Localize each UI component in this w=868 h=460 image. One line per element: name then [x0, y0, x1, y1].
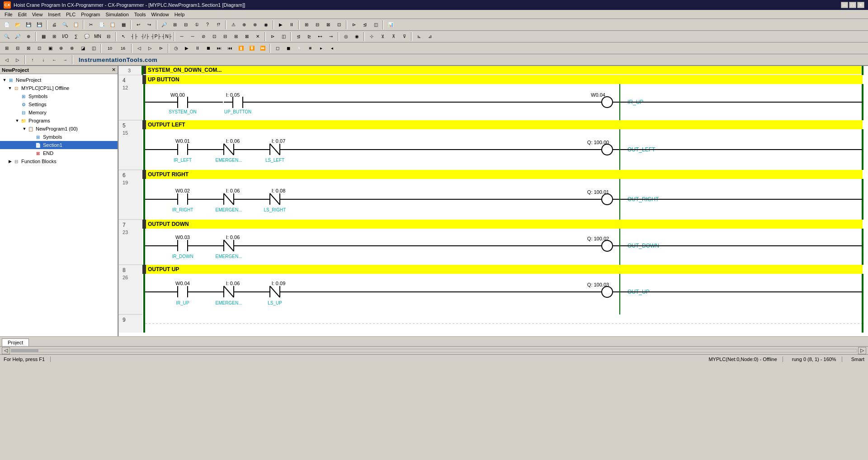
tb4-fwd[interactable]: ▷ [13, 55, 23, 65]
tb-find[interactable]: 🔎 [159, 20, 169, 30]
tb2-disp[interactable]: ◫ [278, 32, 288, 42]
title-bar-controls[interactable]: ─ □ ✕ [841, 2, 864, 8]
tb2-disp2[interactable]: ⊹ [367, 32, 377, 42]
menu-help[interactable]: Help [172, 11, 188, 18]
tb2-box1[interactable]: ⊡ [209, 32, 219, 42]
tb-misc2[interactable]: ⊟ [312, 20, 322, 30]
tb4-l[interactable]: ← [49, 55, 59, 65]
tb2-sym[interactable]: ∑ [71, 32, 81, 42]
tb3-time6[interactable]: ◂ [327, 43, 337, 53]
tb2-wire-nc[interactable]: ⊘ [198, 32, 208, 42]
tb2-m2[interactable]: ◉ [352, 32, 362, 42]
tb2-contact3[interactable]: ┤P├ [151, 32, 161, 42]
tb3-sim7[interactable]: ⏫ [236, 43, 246, 53]
tb-format[interactable]: ▦ [118, 20, 128, 30]
tb2-addr[interactable]: ⊞ [49, 32, 59, 42]
tb2-mn[interactable]: MN [93, 32, 103, 42]
tb3-2[interactable]: ⊟ [13, 43, 23, 53]
tb2-contact1[interactable]: ┤├ [129, 32, 139, 42]
tb3-sim5[interactable]: ⏭ [214, 43, 224, 53]
hscrollbar-track[interactable] [11, 349, 857, 352]
tb2-contact2[interactable]: ┤/├ [140, 32, 150, 42]
tb3-11[interactable]: 16 [117, 43, 129, 53]
tb4-up[interactable]: ↑ [28, 55, 38, 65]
tree-item-programs[interactable]: ▼ 📁 Programs [0, 117, 118, 125]
tb-print[interactable]: 🖨 [49, 20, 59, 30]
tb3-time5[interactable]: ▸ [316, 43, 326, 53]
menu-tools[interactable]: Tools [132, 11, 149, 18]
menu-plc[interactable]: PLC [63, 11, 78, 18]
tb3-10[interactable]: 10 [104, 43, 116, 53]
tb3-14[interactable]: ⊳ [156, 43, 166, 53]
tb-ref[interactable]: ① [192, 20, 202, 30]
tb3-sim8[interactable]: ⏬ [247, 43, 257, 53]
tb2-wm4[interactable]: ⊸ [326, 32, 336, 42]
menu-insert[interactable]: Insert [45, 11, 63, 18]
tb3-sim2[interactable]: ▶ [182, 43, 192, 53]
close-button[interactable]: ✕ [857, 2, 864, 8]
tb2-disp4[interactable]: ⊼ [388, 32, 398, 42]
tb-undo[interactable]: ↩ [133, 20, 143, 30]
tb-redo[interactable]: ↪ [144, 20, 154, 30]
tb3-8[interactable]: ◪ [78, 43, 88, 53]
tb2-m1[interactable]: ◎ [341, 32, 351, 42]
tb-open[interactable]: 📂 [13, 20, 23, 30]
toggle-fb[interactable]: ▶ [7, 159, 13, 164]
tb2-zoom-in[interactable]: 🔍 [2, 32, 12, 42]
tb-save2[interactable]: 💾 [34, 20, 44, 30]
tb3-time3[interactable]: ◽ [294, 43, 304, 53]
tb-misc6[interactable]: ⊴ [360, 20, 370, 30]
tb3-5[interactable]: ▣ [45, 43, 55, 53]
tb2-box4[interactable]: ⊠ [242, 32, 252, 42]
tb-alarm2[interactable]: ⊕ [239, 20, 249, 30]
tb3-13[interactable]: ▷ [145, 43, 155, 53]
toggle-myplc[interactable]: ▼ [7, 86, 13, 90]
hscroll-right[interactable]: ▷ [858, 347, 866, 354]
tb2-io2[interactable]: ⊳ [268, 32, 278, 42]
toggle-newproject[interactable]: ▼ [2, 78, 7, 82]
tb2-select[interactable]: ↖ [118, 32, 128, 42]
tb-copy[interactable]: 📑 [97, 20, 107, 30]
tree-item-newproject[interactable]: ▼ ⊞ NewProject [0, 76, 118, 84]
project-tab[interactable]: Project [2, 338, 29, 346]
tree-item-section1[interactable]: 📄 Section1 [0, 141, 118, 149]
tb4-back[interactable]: ◁ [2, 55, 12, 65]
tb2-disp3[interactable]: ⊻ [377, 32, 387, 42]
tree-item-prog-symbols[interactable]: ⊞ Symbols [0, 133, 118, 141]
menu-file[interactable]: File [2, 11, 15, 18]
tb2-del[interactable]: ✕ [253, 32, 263, 42]
tree-item-fb[interactable]: ▶ ⊟ Function Blocks [0, 157, 118, 165]
tb-save[interactable]: 💾 [24, 20, 33, 30]
tb3-12[interactable]: ◁ [134, 43, 144, 53]
tb-help[interactable]: ? [203, 20, 212, 30]
tb3-sim6[interactable]: ⏮ [225, 43, 235, 53]
tb-misc5[interactable]: ⊳ [349, 20, 359, 30]
tree-item-newprogram1[interactable]: ▼ 📋 NewProgram1 (00) [0, 125, 118, 133]
menu-simulation[interactable]: Simulation [103, 11, 131, 18]
tb2-wire-no[interactable]: ─ [188, 32, 198, 42]
tb3-6[interactable]: ⊕ [56, 43, 66, 53]
tb4-dn[interactable]: ↓ [38, 55, 48, 65]
tb3-time1[interactable]: ◻ [273, 43, 283, 53]
menu-program[interactable]: Program [78, 11, 103, 18]
tb2-contact4[interactable]: ┤N├ [162, 32, 172, 42]
tb-paste[interactable]: 📋 [108, 20, 118, 30]
tb-prop[interactable]: 📋 [71, 20, 81, 30]
hscroll-left[interactable]: ◁ [2, 347, 10, 354]
tb-plc1[interactable]: ◉ [261, 20, 271, 30]
menu-window[interactable]: Window [149, 11, 172, 18]
tb-misc4[interactable]: ⊡ [334, 20, 344, 30]
tb-addr[interactable]: ⊟ [181, 20, 191, 30]
tb2-disp5[interactable]: ⊽ [399, 32, 409, 42]
tb-alarm3[interactable]: ⊗ [250, 20, 260, 30]
tb-pause[interactable]: ⏸ [287, 20, 297, 30]
tb2-cfg[interactable]: ⊾ [414, 32, 424, 42]
tb4-r[interactable]: → [60, 55, 70, 65]
tb-alarm[interactable]: ⚠ [228, 20, 238, 30]
tb2-ref2[interactable]: ⊟ [104, 32, 113, 42]
tree-item-memory[interactable]: ⊟ Memory [0, 108, 118, 117]
tree-close-icon[interactable]: ✕ [112, 67, 116, 73]
tb2-zoom3[interactable]: ⊕ [24, 32, 33, 42]
tree-item-myplc[interactable]: ▼ ⊡ MYPLC[CP1L] Offline [0, 84, 118, 92]
tb-misc7[interactable]: ◫ [371, 20, 381, 30]
